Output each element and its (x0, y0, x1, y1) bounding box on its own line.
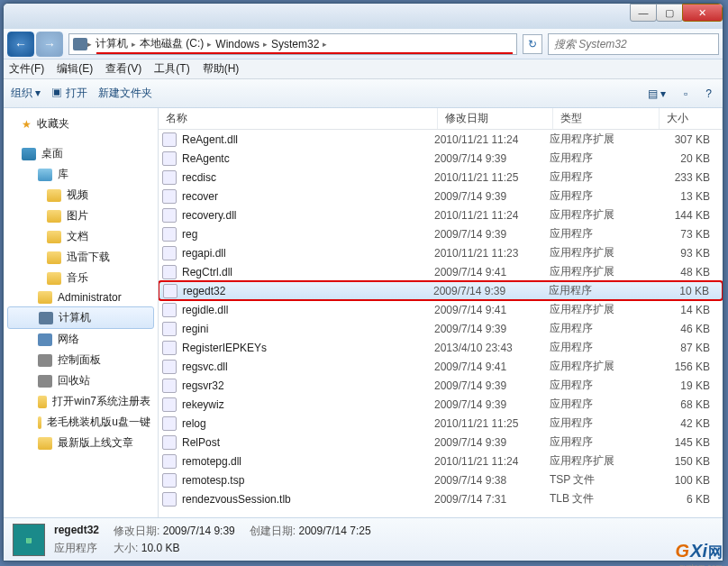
file-name: remotesp.tsp (182, 474, 434, 487)
file-size: 87 KB (656, 342, 719, 354)
file-date: 2010/11/21 11:23 (434, 247, 550, 260)
explorer-window: — ▢ ✕ ← → ▸ 计算机 ▸ 本地磁盘 (C:) ▸ Windows ▸ … (3, 3, 723, 561)
file-icon (162, 435, 177, 450)
sidebar-folder-2[interactable]: 老毛桃装机版u盘一键 (4, 412, 158, 433)
sidebar-folder-1[interactable]: 打开win7系统注册表 (4, 391, 158, 412)
view-mode-button[interactable]: ▤ ▾ (644, 86, 669, 102)
sidebar-recycle[interactable]: 回收站 (4, 370, 158, 391)
address-bar[interactable]: ▸ 计算机 ▸ 本地磁盘 (C:) ▸ Windows ▸ System32 ▸ (68, 33, 517, 55)
file-name: rendezvousSession.tlb (182, 493, 434, 506)
sidebar-library[interactable]: 库 (4, 164, 158, 185)
breadcrumb[interactable]: System32 (271, 38, 319, 50)
file-row[interactable]: regsvc.dll2009/7/14 9:41应用程序扩展156 KB (159, 357, 723, 376)
file-row[interactable]: relog2010/11/21 11:25应用程序42 KB (159, 414, 723, 433)
file-name: rekeywiz (182, 398, 434, 411)
file-row[interactable]: remotepg.dll2010/11/21 11:24应用程序扩展150 KB (159, 452, 723, 470)
titlebar[interactable]: — ▢ ✕ (4, 4, 723, 29)
refresh-button[interactable]: ↻ (523, 34, 542, 54)
file-size: 14 KB (656, 304, 719, 316)
file-row[interactable]: reg2009/7/14 9:39应用程序73 KB (159, 224, 723, 243)
file-row[interactable]: remotesp.tsp2009/7/14 9:38TSP 文件100 KB (159, 470, 723, 489)
sidebar-favorites[interactable]: ★收藏夹 (4, 114, 158, 134)
file-row[interactable]: recovery.dll2010/11/21 11:24应用程序扩展144 KB (159, 205, 723, 224)
file-row[interactable]: recdisc2010/11/21 11:25应用程序233 KB (159, 168, 723, 187)
col-type[interactable]: 类型 (553, 108, 660, 129)
file-row[interactable]: regedt322009/7/14 9:39应用程序10 KB (159, 281, 723, 300)
maximize-button[interactable]: ▢ (656, 4, 683, 22)
file-date: 2009/7/14 9:41 (434, 266, 550, 278)
file-row[interactable]: regidle.dll2009/7/14 9:41应用程序扩展14 KB (159, 300, 723, 319)
back-button[interactable]: ← (7, 32, 34, 57)
sidebar-computer[interactable]: 计算机 (7, 306, 154, 329)
menu-help[interactable]: 帮助(H) (203, 61, 240, 77)
col-date[interactable]: 修改日期 (438, 108, 553, 129)
file-date: 2009/7/14 9:39 (434, 190, 550, 203)
forward-button[interactable]: → (36, 32, 63, 57)
menu-tools[interactable]: 工具(T) (154, 61, 189, 77)
file-date: 2009/7/14 9:41 (434, 361, 550, 373)
file-icon (162, 208, 177, 223)
breadcrumb[interactable]: 本地磁盘 (C:) (140, 36, 204, 51)
sidebar-folder-3[interactable]: 最新版上线文章 (4, 433, 158, 453)
file-icon (162, 170, 177, 185)
file-type: 应用程序 (550, 340, 656, 355)
file-name: RegisterIEPKEYs (182, 342, 434, 354)
minimize-button[interactable]: — (630, 4, 657, 22)
sidebar-network[interactable]: 网络 (4, 329, 158, 350)
file-size: 145 KB (656, 436, 719, 449)
file-name: regsvc.dll (182, 361, 434, 373)
preview-pane-button[interactable]: ▫ (680, 86, 691, 102)
file-list-pane: 名称 修改日期 类型 大小 ReAgent.dll2010/11/21 11:2… (159, 108, 723, 517)
file-row[interactable]: RelPost2009/7/14 9:39应用程序145 KB (159, 433, 723, 452)
file-size: 307 KB (656, 133, 719, 146)
file-date: 2010/11/21 11:25 (434, 417, 550, 430)
search-input[interactable] (548, 33, 719, 55)
sidebar-thunder[interactable]: 迅雷下载 (4, 247, 158, 268)
file-icon (162, 322, 177, 336)
file-row[interactable]: ReAgentc2009/7/14 9:39应用程序20 KB (159, 149, 723, 168)
file-size: 68 KB (656, 398, 719, 411)
file-row[interactable]: RegisterIEPKEYs2013/4/10 23:43应用程序87 KB (159, 338, 723, 357)
close-button[interactable]: ✕ (682, 4, 723, 22)
sidebar-desktop[interactable]: 桌面 (4, 143, 158, 164)
file-row[interactable]: ReAgent.dll2010/11/21 11:24应用程序扩展307 KB (159, 130, 723, 149)
file-row[interactable]: regapi.dll2010/11/21 11:23应用程序扩展93 KB (159, 243, 723, 262)
desktop-icon (22, 148, 36, 160)
sidebar-pictures[interactable]: 图片 (4, 205, 158, 226)
file-type: 应用程序扩展 (550, 132, 656, 147)
col-size[interactable]: 大小 (660, 108, 723, 129)
menu-edit[interactable]: 编辑(E) (57, 61, 93, 77)
sidebar-control[interactable]: 控制面板 (4, 350, 158, 370)
network-icon (38, 333, 52, 346)
file-type: 应用程序 (550, 397, 656, 412)
menu-file[interactable]: 文件(F) (9, 61, 44, 77)
organize-button[interactable]: 组织 ▾ (11, 86, 41, 101)
breadcrumb[interactable]: Windows (215, 38, 259, 50)
computer-icon (73, 38, 87, 50)
col-name[interactable]: 名称 (159, 108, 438, 129)
open-button[interactable]: ▣ 打开 (51, 86, 86, 101)
breadcrumb[interactable]: 计算机 (96, 36, 128, 51)
file-row[interactable]: rendezvousSession.tlb2009/7/14 7:31TLB 文… (159, 489, 723, 508)
file-date: 2009/7/14 9:39 (434, 379, 550, 392)
sidebar-music[interactable]: 音乐 (4, 268, 158, 288)
help-button[interactable]: ? (702, 86, 715, 102)
sidebar-admin[interactable]: Administrator (4, 288, 158, 306)
file-type: TSP 文件 (550, 472, 656, 488)
file-row[interactable]: regsvr322009/7/14 9:39应用程序19 KB (159, 376, 723, 395)
control-panel-icon (38, 354, 52, 367)
file-date: 2013/4/10 23:43 (434, 342, 550, 354)
menu-view[interactable]: 查看(V) (105, 61, 141, 77)
new-folder-button[interactable]: 新建文件夹 (98, 86, 152, 101)
file-list[interactable]: ReAgent.dll2010/11/21 11:24应用程序扩展307 KBR… (159, 130, 723, 517)
file-row[interactable]: rekeywiz2009/7/14 9:39应用程序68 KB (159, 395, 723, 414)
file-size: 20 KB (656, 152, 719, 165)
sidebar-video[interactable]: 视频 (4, 185, 158, 205)
file-row[interactable]: recover2009/7/14 9:39应用程序13 KB (159, 187, 723, 205)
file-row[interactable]: regini2009/7/14 9:39应用程序46 KB (159, 319, 723, 338)
sidebar-documents[interactable]: 文档 (4, 226, 158, 247)
file-row[interactable]: RegCtrl.dll2009/7/14 9:41应用程序扩展48 KB (159, 262, 723, 281)
file-name: RelPost (182, 436, 434, 449)
file-icon (162, 379, 177, 393)
details-pane: ▤ regedt32 修改日期: 2009/7/14 9:39 创建日期: 20… (4, 517, 723, 561)
